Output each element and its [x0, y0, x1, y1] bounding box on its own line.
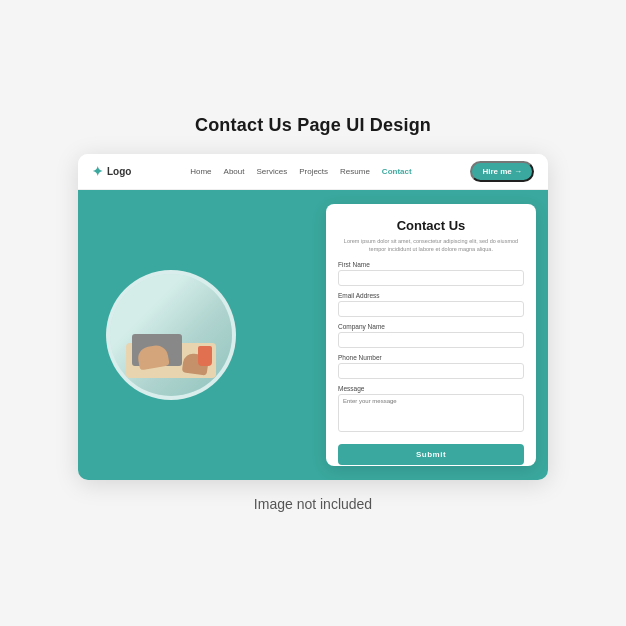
nav-links: Home About Services Projects Resume Cont… [188, 166, 413, 177]
email-input[interactable] [338, 301, 524, 317]
image-note: Image not included [254, 496, 372, 512]
message-label: Message [338, 385, 524, 392]
email-group: Email Address [338, 292, 524, 317]
logo-icon: ✦ [92, 164, 103, 179]
logo-text: Logo [107, 166, 131, 177]
circle-image-inner [110, 274, 232, 396]
nav-link-services[interactable]: Services [254, 166, 289, 177]
message-group: Message [338, 385, 524, 432]
message-textarea[interactable] [338, 394, 524, 432]
contact-form-subtitle: Lorem ipsum dolor sit amet, consectetur … [338, 237, 524, 254]
hire-me-button[interactable]: Hire me → [470, 161, 534, 182]
page-title: Contact Us Page UI Design [195, 115, 431, 136]
nav-link-projects[interactable]: Projects [297, 166, 330, 177]
nav-bar: ✦ Logo Home About Services Projects Resu… [78, 154, 548, 190]
first-name-input[interactable] [338, 270, 524, 286]
nav-logo: ✦ Logo [92, 164, 131, 179]
submit-button[interactable]: Submit [338, 444, 524, 465]
phone-label: Phone Number [338, 354, 524, 361]
nav-link-resume[interactable]: Resume [338, 166, 372, 177]
nav-link-home[interactable]: Home [188, 166, 213, 177]
company-input[interactable] [338, 332, 524, 348]
contact-form-card: Contact Us Lorem ipsum dolor sit amet, c… [326, 204, 536, 466]
nav-link-about[interactable]: About [222, 166, 247, 177]
cup-decoration [198, 346, 212, 366]
email-label: Email Address [338, 292, 524, 299]
first-name-group: First Name [338, 261, 524, 286]
browser-mockup: ✦ Logo Home About Services Projects Resu… [78, 154, 548, 480]
hero-circle-image [106, 270, 236, 400]
nav-link-contact[interactable]: Contact [380, 166, 414, 177]
phone-group: Phone Number [338, 354, 524, 379]
contact-form-title: Contact Us [338, 218, 524, 233]
phone-input[interactable] [338, 363, 524, 379]
hero-section: Contact Us Lorem ipsum dolor sit amet, c… [78, 190, 548, 480]
first-name-label: First Name [338, 261, 524, 268]
company-label: Company Name [338, 323, 524, 330]
company-group: Company Name [338, 323, 524, 348]
